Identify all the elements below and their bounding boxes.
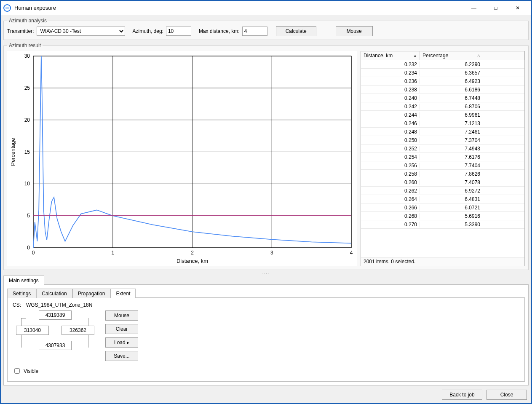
table-row[interactable]: 0.2487.2461	[361, 128, 524, 136]
table-row[interactable]: 0.2426.8706	[361, 102, 524, 111]
app-icon	[3, 4, 11, 12]
svg-text:0: 0	[32, 250, 35, 256]
transmitter-select[interactable]: WIAV-CD 30 -Test	[37, 27, 125, 36]
cell-distance: 0.240	[361, 95, 420, 101]
grid-header: Distance, km ▲ Percentage △	[361, 51, 524, 60]
azimuth-input[interactable]	[166, 27, 191, 36]
cell-distance: 0.264	[361, 196, 420, 202]
human-exposure-window: Human exposure — □ ✕ Azimuth analysis Tr…	[0, 0, 532, 404]
cell-percentage: 6.4831	[420, 196, 483, 202]
tab-extent[interactable]: Extent	[110, 289, 136, 298]
cell-percentage: 7.4078	[420, 179, 483, 185]
table-row[interactable]: 0.2386.6186	[361, 86, 524, 94]
azimuth-result-group: Azimuth result 01234051015202530Distance…	[3, 43, 529, 270]
cell-percentage: 7.7404	[420, 163, 483, 169]
table-row[interactable]: 0.2567.7404	[361, 161, 524, 170]
extent-load-button[interactable]: Load ▸	[105, 337, 138, 348]
cell-percentage: 7.4943	[420, 146, 483, 152]
table-row[interactable]: 0.2507.3704	[361, 136, 524, 144]
tab-propagation[interactable]: Propagation	[72, 289, 111, 298]
horizontal-splitter[interactable]: ····	[3, 272, 529, 275]
table-row[interactable]: 0.2705.3390	[361, 220, 524, 229]
cell-distance: 0.258	[361, 171, 420, 177]
grid-body[interactable]: 0.2326.23900.2346.36570.2366.49230.2386.…	[361, 60, 524, 257]
maxdist-label: Max distance, km:	[199, 28, 240, 34]
cell-percentage: 6.0721	[420, 205, 483, 211]
table-row[interactable]: 0.2607.4078	[361, 178, 524, 187]
chart-pane: 01234051015202530Distance, kmPercentage	[7, 51, 357, 266]
footer-buttons: Back to job Close	[3, 385, 529, 401]
col-percentage-header[interactable]: Percentage △	[420, 51, 483, 60]
table-row[interactable]: 0.2626.9272	[361, 187, 524, 195]
table-row[interactable]: 0.2646.4831	[361, 195, 524, 203]
extent-south-input[interactable]	[39, 341, 72, 350]
table-row[interactable]: 0.2346.3657	[361, 69, 524, 77]
table-row[interactable]: 0.2666.0721	[361, 203, 524, 212]
visible-checkbox[interactable]	[14, 368, 20, 374]
cell-percentage: 7.8626	[420, 171, 483, 177]
close-button[interactable]: ✕	[507, 1, 529, 15]
cell-distance: 0.270	[361, 222, 420, 227]
cell-percentage: 7.1213	[420, 120, 483, 126]
titlebar: Human exposure — □ ✕	[1, 1, 531, 15]
extent-west-input[interactable]	[16, 326, 49, 335]
transmitter-label: Transmitter:	[7, 28, 34, 34]
svg-text:10: 10	[24, 181, 30, 187]
maximize-button[interactable]: □	[485, 1, 507, 15]
tab-calculation[interactable]: Calculation	[36, 289, 72, 298]
table-row[interactable]: 0.2366.4923	[361, 77, 524, 86]
svg-text:25: 25	[24, 85, 30, 91]
sort-asc-icon: ▲	[413, 54, 417, 58]
maxdist-input[interactable]	[242, 27, 267, 36]
col-distance-header[interactable]: Distance, km ▲	[361, 51, 420, 60]
cell-distance: 0.250	[361, 137, 420, 143]
extent-save-button[interactable]: Save...	[105, 351, 138, 361]
extent-north-input[interactable]	[39, 310, 72, 320]
main-settings-panel: Settings Calculation Propagation Extent …	[3, 284, 529, 385]
cell-percentage: 6.9272	[420, 188, 483, 194]
col-percentage-label: Percentage	[422, 53, 448, 59]
cell-distance: 0.246	[361, 120, 420, 126]
minimize-button[interactable]: —	[463, 1, 485, 15]
table-row[interactable]: 0.2446.9961	[361, 111, 524, 119]
calculate-button[interactable]: Calculate	[276, 26, 316, 36]
table-row[interactable]: 0.2467.1213	[361, 119, 524, 128]
table-row[interactable]: 0.2406.7448	[361, 94, 524, 102]
cell-distance: 0.252	[361, 146, 420, 152]
sort-none-icon: △	[477, 54, 480, 58]
svg-text:Percentage: Percentage	[10, 138, 16, 166]
cell-distance: 0.232	[361, 62, 420, 67]
mouse-button[interactable]: Mouse	[336, 26, 373, 36]
cs-label: CS:	[13, 302, 21, 308]
table-row[interactable]: 0.2547.6176	[361, 153, 524, 161]
extent-east-input[interactable]	[61, 326, 94, 335]
extent-mouse-button[interactable]: Mouse	[105, 310, 138, 321]
table-row[interactable]: 0.2527.4943	[361, 144, 524, 153]
cell-percentage: 6.8706	[420, 104, 483, 110]
grid-status: 2001 items. 0 selected.	[361, 257, 524, 266]
extent-clear-button[interactable]: Clear	[105, 324, 138, 334]
azimuth-analysis-legend: Azimuth analysis	[7, 18, 48, 24]
tab-settings[interactable]: Settings	[7, 289, 36, 298]
cell-distance: 0.266	[361, 205, 420, 211]
content-area: Azimuth analysis Transmitter: WIAV-CD 30…	[1, 15, 531, 403]
tab-main-settings[interactable]: Main settings	[3, 276, 44, 285]
cs-value: WGS_1984_UTM_Zone_18N	[26, 302, 92, 308]
result-grid: Distance, km ▲ Percentage △ 0.2326.23900…	[361, 51, 525, 266]
back-to-job-button[interactable]: Back to job	[442, 390, 482, 400]
cell-percentage: 6.7448	[420, 95, 483, 101]
cell-distance: 0.260	[361, 179, 420, 185]
svg-text:15: 15	[24, 149, 30, 155]
cell-percentage: 6.3657	[420, 70, 483, 76]
table-row[interactable]: 0.2326.2390	[361, 60, 524, 69]
table-row[interactable]: 0.2587.8626	[361, 170, 524, 178]
azimuth-analysis-group: Azimuth analysis Transmitter: WIAV-CD 30…	[3, 18, 529, 40]
col-extra-header[interactable]	[483, 51, 524, 60]
azimuth-result-legend: Azimuth result	[7, 43, 43, 48]
window-controls: — □ ✕	[463, 1, 529, 15]
table-row[interactable]: 0.2685.6916	[361, 212, 524, 220]
cell-percentage: 6.2390	[420, 62, 483, 67]
svg-text:20: 20	[24, 117, 30, 123]
settings-tabs-wrap: Main settings Settings Calculation Propa…	[3, 275, 529, 385]
close-dialog-button[interactable]: Close	[487, 390, 527, 400]
